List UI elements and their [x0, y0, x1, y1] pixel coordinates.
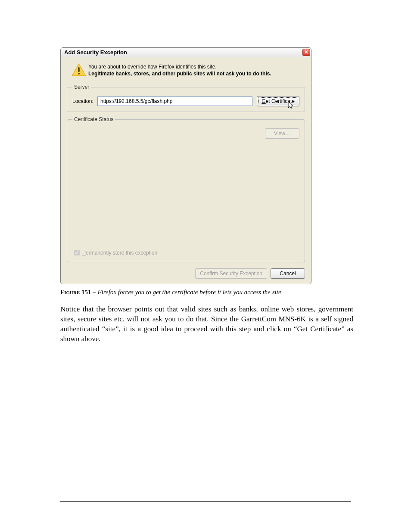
- warning-line-1: You are about to override how Firefox id…: [88, 63, 302, 70]
- location-input[interactable]: [97, 96, 252, 106]
- permanent-store-checkbox: [74, 250, 80, 255]
- titlebar: Add Security Exception ✕: [61, 48, 311, 57]
- close-icon[interactable]: ✕: [302, 49, 310, 56]
- figure-number: Figure 151: [60, 289, 91, 296]
- confirm-security-exception-button: Confirm Security Exception: [195, 268, 267, 279]
- warning-icon: [72, 63, 86, 76]
- footer-divider: [60, 501, 351, 502]
- view-button: View…: [265, 128, 299, 139]
- certificate-status-fieldset: Certificate Status View… Permanently sto…: [67, 116, 305, 262]
- cert-status-legend: Certificate Status: [72, 116, 115, 122]
- location-label: Location:: [72, 98, 97, 104]
- svg-point-2: [78, 73, 80, 75]
- get-certificate-button[interactable]: Get Certificate: [257, 96, 299, 106]
- warning-row: You are about to override how Firefox id…: [67, 62, 305, 81]
- server-fieldset: Server Location: Get Certificate: [67, 84, 305, 112]
- dialog-title: Add Security Exception: [64, 49, 302, 56]
- add-security-exception-dialog: Add Security Exception ✕ You are about t…: [60, 47, 311, 284]
- figure-caption: Figure 151 – Firefox forces you to get t…: [60, 289, 353, 296]
- svg-rect-1: [78, 67, 80, 72]
- figure-separator: –: [91, 289, 97, 296]
- perm-rest: ermanently store this exception: [86, 250, 157, 256]
- server-legend: Server: [72, 84, 91, 90]
- cancel-button[interactable]: Cancel: [271, 268, 305, 279]
- permanent-store-row: Permanently store this exception: [72, 249, 157, 257]
- body-paragraph: Notice that the browser points out that …: [60, 305, 353, 344]
- warning-line-2: Legitimate banks, stores, and other publ…: [88, 70, 302, 77]
- figure-text: Firefox forces you to get the certificat…: [97, 289, 281, 296]
- get-cert-rest: et Certificate: [266, 98, 295, 104]
